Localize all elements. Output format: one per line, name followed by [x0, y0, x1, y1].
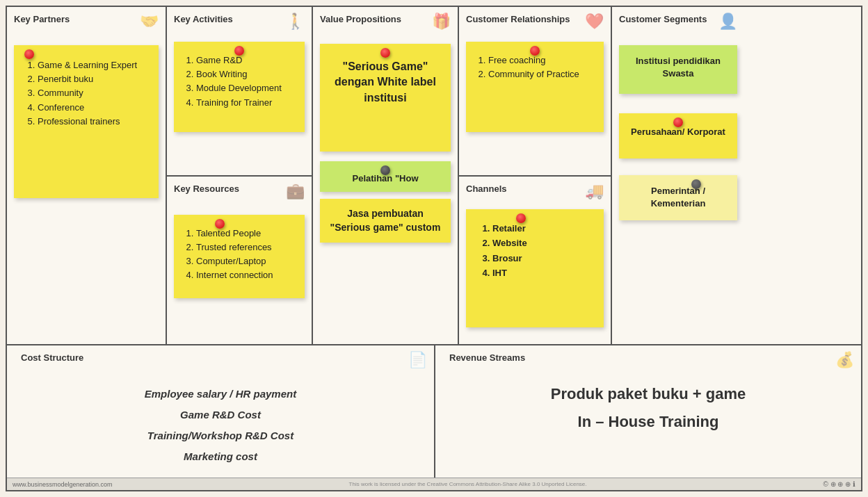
cost-item-1: Employee salary / HR payment — [21, 384, 420, 405]
customer-relationships-icon: ❤️ — [585, 13, 604, 31]
list-item: Community of Practice — [488, 68, 595, 81]
revenue-streams-content: Produk paket buku + game In – House Trai… — [449, 380, 847, 435]
channels-title: Channels — [466, 184, 604, 194]
customer-segments-cell: Customer Segments 👤 Institusi pendidikan… — [612, 7, 744, 344]
customer-relationships-cell: Customer Relationships ❤️ Free coaching … — [459, 7, 611, 177]
channels-sticky: Retailer Website Brosur IHT — [466, 209, 604, 327]
list-item: Talented People — [196, 227, 296, 240]
list-item: Website — [492, 236, 595, 250]
key-resources-title: Key Resources — [174, 184, 305, 194]
value-propositions-sticky3: Jasa pembuatan "Serious game" custom — [320, 199, 451, 243]
key-activities-list: Game R&D Book Writing Module Development… — [182, 54, 296, 109]
key-resources-cell: Key Resources 💼 Talented People Trusted … — [167, 177, 312, 345]
customer-segment-1: Institusi pendidikan Swasta — [619, 45, 737, 94]
channels-cell: Channels 🚚 Retailer Website Brosur IHT — [459, 177, 611, 345]
list-item: Training for Trainer — [196, 97, 296, 109]
value-propositions-sticky2: Pelatihan "How — [320, 161, 451, 192]
cost-item-4: Marketing cost — [21, 446, 420, 467]
footer-icons: © ⊕ ⊕ ⊕ ℹ — [823, 480, 855, 488]
cost-structure-content: Employee salary / HR payment Game R&D Co… — [21, 384, 420, 467]
key-activities-pin — [234, 46, 244, 56]
customer-segment-3: Pemerintah / Kementerian — [619, 175, 737, 220]
key-partners-cell: Key Partners 🤝 Game & Learning Expert Pe… — [7, 7, 167, 344]
list-item: Community — [38, 87, 149, 99]
key-resources-pin — [215, 219, 225, 229]
footer: www.businessmodelgeneration.com This wor… — [7, 478, 861, 490]
list-item: Internet connection — [196, 269, 296, 282]
channels-list: Retailer Website Brosur IHT — [479, 222, 595, 280]
customer-segments-icon: 👤 — [718, 13, 737, 31]
customer-relationships-list: Free coaching Community of Practice — [474, 54, 595, 81]
middle-right-column: Customer Relationships ❤️ Free coaching … — [459, 7, 612, 344]
key-partners-icon: 🤝 — [140, 13, 159, 31]
key-activities-icon: 🚶 — [286, 13, 305, 31]
value-propositions-sticky1: "Serious Game" dengan White label instit… — [320, 44, 451, 152]
list-item: Game & Learning Expert — [38, 59, 149, 72]
key-resources-sticky: Talented People Trusted references Compu… — [174, 215, 305, 298]
list-item: Game R&D — [196, 54, 296, 67]
cost-item-3: Training/Workshop R&D Cost — [21, 425, 420, 446]
list-item: Trusted references — [196, 241, 296, 254]
customer-relationships-sticky: Free coaching Community of Practice — [466, 42, 604, 132]
customer-relationships-title: Customer Relationships — [466, 14, 604, 24]
value-propositions-icon: 🎁 — [432, 13, 451, 31]
vp-pin1 — [380, 48, 390, 58]
list-item: Module Development — [196, 82, 296, 95]
revenue-item-1: Produk paket buku + game — [449, 380, 847, 408]
key-activities-title: Key Activities — [174, 14, 305, 24]
value-propositions-cell: Value Propositions 🎁 "Serious Game" deng… — [313, 7, 459, 344]
list-item: Penerbit buku — [38, 73, 149, 85]
key-partners-list: Game & Learning Expert Penerbit buku Com… — [24, 59, 149, 128]
key-resources-icon: 💼 — [286, 182, 305, 200]
list-item: Computer/Laptop — [196, 255, 296, 268]
key-partners-title: Key Partners — [14, 14, 159, 24]
list-item: Professional trainers — [38, 115, 149, 128]
key-partners-sticky: Game & Learning Expert Penerbit buku Com… — [14, 45, 159, 198]
value-propositions-title: Value Propositions — [320, 14, 451, 24]
canvas-wrapper: Key Partners 🤝 Game & Learning Expert Pe… — [6, 6, 862, 491]
channels-icon: 🚚 — [585, 182, 604, 200]
middle-left-column: Key Activities 🚶 Game R&D Book Writing M… — [167, 7, 313, 344]
seg3-pin — [691, 179, 701, 189]
cr-pin — [530, 46, 540, 56]
seg2-pin — [673, 117, 683, 127]
cost-structure-cell: Cost Structure 📄 Employee salary / HR pa… — [7, 345, 435, 478]
list-item: Brosur — [492, 252, 595, 266]
revenue-item-2: In – House Training — [449, 408, 847, 436]
list-item: Conference — [38, 101, 149, 114]
footer-website: www.businessmodelgeneration.com — [13, 481, 113, 488]
key-resources-list: Talented People Trusted references Compu… — [182, 227, 296, 282]
list-item: IHT — [492, 266, 595, 280]
bottom-section: Cost Structure 📄 Employee salary / HR pa… — [7, 345, 861, 478]
list-item: Retailer — [492, 222, 595, 236]
customer-segment-2: Perusahaan/ Korporat — [619, 113, 737, 158]
revenue-streams-title: Revenue Streams — [449, 352, 847, 363]
vp-pin2 — [380, 165, 390, 175]
key-activities-sticky: Game R&D Book Writing Module Development… — [174, 42, 305, 132]
footer-license: This work is licensed under the Creative… — [349, 481, 587, 487]
revenue-streams-cell: Revenue Streams 💰 Produk paket buku + ga… — [435, 345, 861, 478]
cost-structure-title: Cost Structure — [21, 352, 420, 363]
list-item: Free coaching — [488, 54, 595, 67]
cost-item-2: Game R&D Cost — [21, 405, 420, 425]
list-item: Book Writing — [196, 68, 296, 81]
channels-pin — [516, 213, 526, 223]
key-activities-cell: Key Activities 🚶 Game R&D Book Writing M… — [167, 7, 312, 177]
revenue-streams-icon: 💰 — [835, 351, 854, 369]
top-section: Key Partners 🤝 Game & Learning Expert Pe… — [7, 7, 861, 345]
cost-structure-icon: 📄 — [408, 351, 427, 369]
key-partners-pin — [24, 49, 34, 59]
